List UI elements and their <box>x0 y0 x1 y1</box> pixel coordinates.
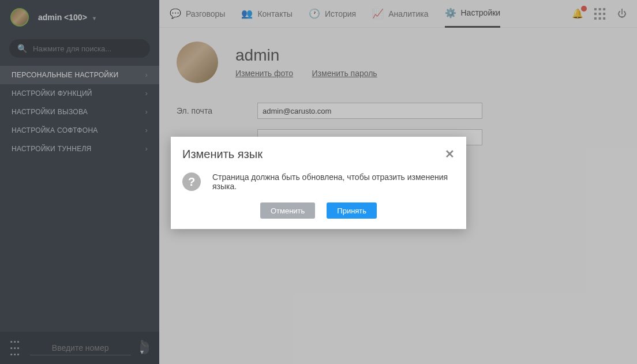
close-icon[interactable]: ✕ <box>445 147 455 161</box>
modal-header: Изменить язык ✕ <box>171 137 466 167</box>
modal-message: Страница должна быть обновлена, чтобы от… <box>212 172 455 191</box>
modal-body: ? Страница должна быть обновлена, чтобы … <box>171 167 466 202</box>
question-icon: ? <box>182 172 201 191</box>
change-language-modal: Изменить язык ✕ ? Страница должна быть о… <box>171 137 466 229</box>
cancel-button[interactable]: Отменить <box>260 202 315 219</box>
modal-title: Изменить язык <box>182 148 263 161</box>
accept-button[interactable]: Принять <box>327 202 377 219</box>
modal-footer: Отменить Принять <box>171 202 466 229</box>
